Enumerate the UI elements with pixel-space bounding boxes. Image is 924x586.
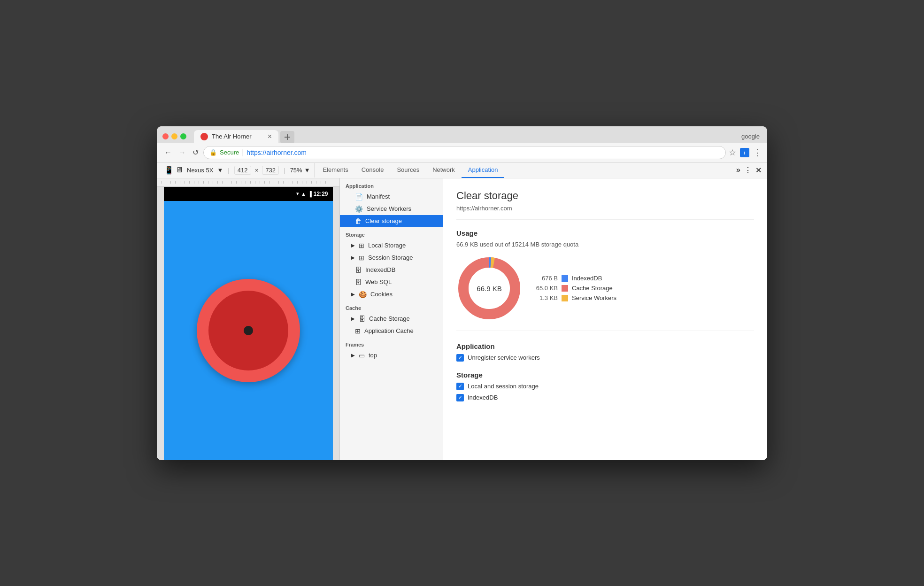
- ruler-horizontal: [157, 178, 339, 187]
- panel-title: Clear storage: [456, 190, 754, 202]
- svg-rect-1: [285, 137, 290, 138]
- chart-area: 66.9 KB 676 B IndexedDB 65.0 KB Cache St…: [456, 255, 754, 331]
- menu-icon[interactable]: ⋮: [753, 147, 762, 158]
- ls-arrow: ▶: [351, 243, 355, 248]
- sidebar-item-clear-storage[interactable]: 🗑 Clear storage: [340, 215, 443, 227]
- tab-bar: The Air Horner ×: [194, 130, 738, 143]
- phone-frame: ▾ ▲ ▐ 12:29: [164, 187, 333, 460]
- sidebar-section-application: Application: [340, 178, 443, 191]
- url-divider: |: [242, 148, 244, 157]
- label-indexeddb: IndexedDB: [468, 394, 498, 401]
- vinyl-center: [244, 326, 253, 335]
- toolbar-right: ☆ i ⋮: [729, 147, 762, 158]
- phone-content: [164, 201, 333, 460]
- sidebar-item-app-cache[interactable]: ⊞ Application Cache: [340, 325, 443, 337]
- zoom-select[interactable]: 75%: [290, 167, 302, 174]
- idb-icon: 🗄: [355, 266, 362, 274]
- legend-label-indexeddb: IndexedDB: [572, 275, 602, 282]
- sidebar-item-web-sql[interactable]: 🗄 Web SQL: [340, 276, 443, 288]
- more-tabs-icon[interactable]: »: [736, 166, 740, 174]
- sw-label: Service Workers: [367, 205, 411, 212]
- devtools-main-panel: Clear storage https://airhorner.com Usag…: [443, 178, 767, 460]
- wsql-icon: 🗄: [355, 278, 362, 286]
- checkbox-unregister-sw[interactable]: [456, 354, 464, 362]
- width-input[interactable]: 412: [234, 166, 251, 175]
- sidebar-item-local-storage[interactable]: ▶ ⊞ Local Storage: [340, 239, 443, 252]
- url-display: https://airhorner.com: [246, 149, 307, 156]
- tab-close-button[interactable]: ×: [268, 133, 272, 140]
- signal-icon: ▲: [301, 191, 306, 197]
- vinyl-record-outer: [197, 279, 300, 382]
- sidebar-item-service-workers[interactable]: ⚙️ Service Workers: [340, 203, 443, 215]
- chart-legend: 676 B IndexedDB 65.0 KB Cache Storage 1.…: [533, 275, 616, 301]
- address-input[interactable]: 🔒 Secure | https://airhorner.com: [203, 146, 726, 159]
- top-label: top: [369, 352, 377, 359]
- label-unregister-sw: Unregister service workers: [468, 354, 540, 361]
- phone-status-bar: ▾ ▲ ▐ 12:29: [164, 187, 333, 201]
- legend-color-indexeddb: [562, 275, 568, 282]
- checkbox-local-session[interactable]: [456, 383, 464, 390]
- main-content: ▾ ▲ ▐ 12:29 Application 📄: [157, 178, 767, 460]
- browser-window: The Air Horner × google ← → ↺ 🔒 Secure |…: [157, 126, 767, 460]
- sidebar-item-indexeddb[interactable]: 🗄 IndexedDB: [340, 264, 443, 276]
- donut-label: 66.9 KB: [477, 284, 501, 292]
- address-bar: ← → ↺ 🔒 Secure | https://airhorner.com ☆…: [157, 143, 767, 162]
- ls-icon: ⊞: [359, 242, 364, 249]
- storage-section-header: Storage: [456, 371, 754, 379]
- back-button[interactable]: ←: [162, 147, 174, 158]
- tab-application[interactable]: Application: [462, 162, 505, 178]
- checkbox-indexeddb[interactable]: [456, 394, 464, 401]
- sidebar-item-cache-storage[interactable]: ▶ 🗄 Cache Storage: [340, 313, 443, 325]
- manifest-label: Manifest: [367, 193, 390, 200]
- legend-label-service-workers: Service Workers: [572, 294, 616, 301]
- screen-cast-icon[interactable]: 🖥: [176, 166, 183, 174]
- legend-item-cache-storage: 65.0 KB Cache Storage: [533, 285, 616, 292]
- devtools-controls: » ⋮ ✕: [736, 166, 763, 175]
- ls-label: Local Storage: [368, 242, 406, 249]
- cache-arrow: ▶: [351, 316, 355, 321]
- sidebar-item-session-storage[interactable]: ▶ ⊞ Session Storage: [340, 252, 443, 264]
- cs-icon: 🗑: [355, 217, 362, 225]
- maximize-button[interactable]: [180, 133, 186, 139]
- storage-section: Storage Local and session storage Indexe…: [456, 371, 754, 401]
- legend-value-cache-storage: 65.0 KB: [533, 285, 558, 292]
- devtools-sidebar: Application 📄 Manifest ⚙️ Service Worker…: [340, 178, 443, 460]
- usage-text: 66.9 KB used out of 15214 MB storage quo…: [456, 241, 754, 248]
- check-local-session: Local and session storage: [456, 383, 754, 390]
- bookmark-icon[interactable]: ☆: [729, 147, 736, 158]
- forward-button[interactable]: →: [177, 147, 188, 158]
- legend-value-service-workers: 1.3 KB: [533, 294, 558, 301]
- close-button[interactable]: [162, 133, 169, 139]
- reload-button[interactable]: ↺: [191, 147, 200, 158]
- legend-item-service-workers: 1.3 KB Service Workers: [533, 294, 616, 301]
- extension-icon[interactable]: i: [740, 148, 749, 157]
- tab-console[interactable]: Console: [355, 162, 391, 178]
- devtools-menu-icon[interactable]: ⋮: [744, 166, 752, 175]
- sidebar-item-manifest[interactable]: 📄 Manifest: [340, 191, 443, 203]
- cookies-icon: 🍪: [359, 291, 367, 298]
- tab-network[interactable]: Network: [426, 162, 462, 178]
- top-icon: ▭: [359, 352, 365, 359]
- usage-section-header: Usage: [456, 229, 754, 237]
- zoom-dropdown[interactable]: ▼: [304, 167, 310, 174]
- device-toggle-icon[interactable]: 📱: [164, 166, 174, 175]
- sidebar-item-top[interactable]: ▶ ▭ top: [340, 349, 443, 362]
- minimize-button[interactable]: [171, 133, 177, 139]
- mobile-preview: ▾ ▲ ▐ 12:29: [157, 178, 340, 460]
- tab-sources[interactable]: Sources: [390, 162, 426, 178]
- sw-icon: ⚙️: [355, 205, 363, 213]
- title-bar: The Air Horner × google: [157, 126, 767, 143]
- tab-elements[interactable]: Elements: [316, 162, 355, 178]
- sidebar-item-cookies[interactable]: ▶ 🍪 Cookies: [340, 288, 443, 301]
- ss-arrow: ▶: [351, 255, 355, 260]
- devtools-close-icon[interactable]: ✕: [755, 166, 762, 175]
- device-dropdown[interactable]: ▼: [217, 167, 223, 174]
- height-input[interactable]: 732: [262, 166, 279, 175]
- device-toolbar: 📱 🖥 Nexus 5X ▼ | 412 × 732 | 75% ▼: [161, 163, 315, 177]
- panel-url: https://airhorner.com: [456, 205, 754, 220]
- tab-favicon: [200, 133, 208, 140]
- ss-icon: ⊞: [359, 254, 364, 262]
- browser-tab[interactable]: The Air Horner ×: [194, 130, 278, 143]
- new-tab-button[interactable]: [280, 131, 294, 143]
- traffic-lights: [162, 133, 186, 139]
